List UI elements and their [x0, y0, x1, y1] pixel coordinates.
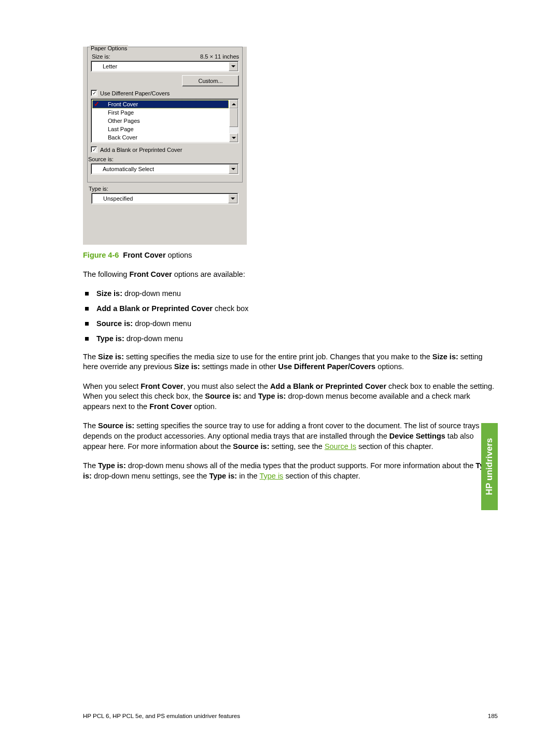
source-select-value: Automatically Select — [103, 166, 154, 172]
list-item: Source is: drop-down menu — [83, 319, 498, 328]
paragraph-frontcover: When you select Front Cover, you must al… — [83, 382, 498, 412]
list-item: Add a Blank or Preprinted Cover check bo… — [83, 304, 498, 313]
chevron-down-icon[interactable] — [229, 164, 238, 174]
list-item: Type is: drop-down menu — [83, 334, 498, 343]
add-blank-checkbox-row: ✓ Add a Blank or Preprinted Cover — [91, 146, 239, 153]
page-footer: HP PCL 6, HP PCL 5e, and PS emulation un… — [83, 713, 498, 719]
page-number: 185 — [488, 713, 498, 719]
link-source-is[interactable]: Source Is — [325, 442, 356, 451]
source-select[interactable]: Automatically Select — [91, 163, 239, 175]
intro-paragraph: The following Front Cover options are av… — [83, 270, 498, 280]
use-different-paper-label: Use Different Paper/Covers — [100, 90, 170, 96]
add-blank-label: Add a Blank or Preprinted Cover — [100, 147, 182, 153]
scroll-up-icon[interactable] — [229, 100, 238, 108]
check-icon: ✓ — [94, 101, 100, 107]
add-blank-checkbox[interactable]: ✓ — [91, 146, 97, 153]
list-item-other-pages[interactable]: Other Pages — [92, 117, 229, 125]
size-label: Size is: — [91, 53, 110, 60]
list-item-front-cover[interactable]: ✓ Front Cover — [92, 100, 229, 108]
paragraph-size: The Size is: setting specifies the media… — [83, 352, 498, 372]
link-type-is[interactable]: Type is — [259, 472, 283, 480]
scrollbar-thumb[interactable] — [229, 108, 238, 127]
chevron-down-icon[interactable] — [228, 194, 237, 203]
chevron-down-icon[interactable] — [229, 62, 238, 71]
type-label: Type is: — [89, 186, 243, 192]
footer-left: HP PCL 6, HP PCL 5e, and PS emulation un… — [83, 713, 240, 719]
cover-listbox[interactable]: ✓ Front Cover First Page Other Pages Las… — [91, 99, 239, 143]
size-select-value: Letter — [103, 63, 117, 69]
list-item: Size is: drop-down menu — [83, 289, 498, 298]
listbox-scrollbar[interactable] — [229, 100, 238, 142]
groupbox-title: Paper Options — [90, 45, 128, 51]
size-dimension: 8.5 × 11 inches — [200, 53, 239, 60]
side-tab: HP unidrivers — [481, 423, 498, 510]
source-label: Source is: — [88, 156, 239, 162]
use-different-paper-checkbox[interactable]: ✓ — [91, 90, 97, 96]
list-item-back-cover[interactable]: Back Cover — [92, 133, 229, 142]
use-different-paper-checkbox-row: ✓ Use Different Paper/Covers — [91, 90, 239, 96]
paragraph-source: The Source is: setting specifies the sou… — [83, 421, 498, 452]
type-select-value: Unspecified — [103, 195, 133, 202]
custom-button[interactable]: Custom... — [182, 75, 239, 87]
paper-options-dialog: Paper Options Size is: 8.5 × 11 inches L… — [83, 47, 247, 245]
scroll-down-icon[interactable] — [229, 133, 238, 142]
type-select[interactable]: Unspecified — [91, 193, 239, 204]
list-item-last-page[interactable]: Last Page — [92, 125, 229, 133]
options-list: Size is: drop-down menu Add a Blank or P… — [83, 289, 498, 343]
paragraph-type: The Type is: drop-down menu shows all of… — [83, 461, 498, 481]
size-select[interactable]: Letter — [91, 61, 239, 72]
list-item-first-page[interactable]: First Page — [92, 108, 229, 117]
figure-caption: Figure 4-6 Front Cover options — [83, 251, 498, 259]
